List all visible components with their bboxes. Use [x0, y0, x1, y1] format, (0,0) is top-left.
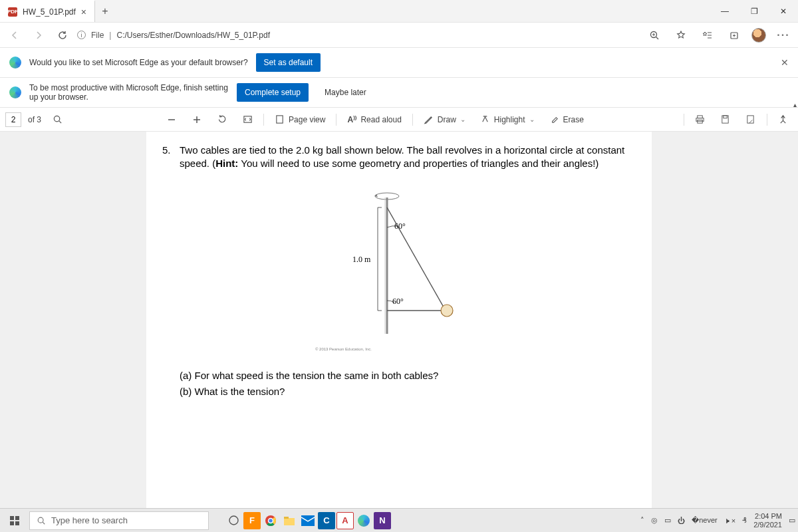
svg-point-42 [269, 518, 273, 523]
svg-rect-17 [698, 116, 703, 118]
page-view-label: Page view [289, 115, 325, 124]
tray-battery-icon[interactable]: ⏻ [678, 517, 685, 525]
notifications-icon[interactable]: ▭ [789, 516, 795, 525]
print-icon[interactable] [691, 110, 710, 129]
clock-time: 2:04 PM [753, 512, 782, 520]
maybe-later-button[interactable]: Maybe later [317, 83, 374, 102]
file-explorer-icon[interactable] [281, 512, 298, 529]
system-tray: ˄ ◎ ▭ ⏻ �never 🕨× ₰ 2:04 PM 2/9/2021 ▭ [640, 512, 795, 528]
svg-rect-43 [284, 518, 295, 525]
svg-rect-16 [277, 116, 283, 123]
tray-wifi-icon[interactable]: �never [692, 516, 718, 525]
tray-camera-icon[interactable]: ▭ [664, 516, 671, 525]
rotate-icon[interactable] [213, 110, 231, 129]
search-icon[interactable] [48, 110, 66, 129]
pdf-page: 5. Two cables are tied to the 2.0 kg bal… [146, 132, 652, 532]
fit-page-icon[interactable] [238, 110, 257, 129]
pdf-favicon: PDF [8, 7, 17, 17]
erase-button[interactable]: Erase [545, 112, 588, 127]
app-icon-n[interactable]: N [374, 512, 391, 529]
highlight-button[interactable]: Highlight ⌄ [476, 112, 539, 127]
complete-setup-button[interactable]: Complete setup [237, 83, 309, 102]
app-icon-c[interactable]: C [318, 512, 335, 529]
taskbar-search[interactable]: Type here to search [29, 511, 209, 530]
svg-rect-34 [10, 521, 14, 525]
info-icon: i [77, 31, 86, 39]
new-tab-button[interactable]: + [95, 5, 115, 17]
url-path: C:/Users/Esther/Downloads/HW_5_01P.pdf [116, 31, 270, 40]
edge-logo-icon [9, 57, 21, 68]
back-icon[interactable] [5, 26, 24, 45]
window-close-icon[interactable]: ✕ [769, 0, 798, 23]
problem-figure: 1.0 m 60° 60° [332, 184, 466, 344]
cortana-icon[interactable] [225, 512, 242, 529]
profile-avatar[interactable] [751, 28, 766, 43]
chevron-down-icon: ⌄ [460, 116, 466, 123]
browser-toolbar: i File | C:/Users/Esther/Downloads/HW_5_… [0, 23, 798, 48]
complete-setup-promo: To be most productive with Microsoft Edg… [0, 78, 798, 108]
refresh-icon[interactable] [53, 26, 72, 45]
svg-line-1 [656, 37, 659, 39]
problem-5: 5. Two cables are tied to the 2.0 kg bal… [162, 144, 636, 171]
problem-text-2: You will need to use some geometry and p… [238, 158, 598, 169]
pdf-viewport[interactable]: 5. Two cables are tied to the 2.0 kg bal… [0, 132, 798, 532]
scroll-up-icon[interactable]: ▴ [793, 101, 797, 108]
save-as-icon[interactable] [741, 110, 760, 129]
tray-volume-icon[interactable]: 🕨× [724, 517, 735, 525]
edge-taskbar-icon[interactable] [355, 512, 372, 529]
sub-questions: (a) For what speed is the tension the sa… [180, 369, 636, 399]
tab-close-icon[interactable]: × [81, 7, 86, 17]
erase-label: Erase [563, 115, 584, 124]
read-aloud-button[interactable]: A)) Read aloud [343, 112, 405, 127]
zoom-icon[interactable] [645, 26, 664, 45]
tray-location-icon[interactable]: ◎ [651, 516, 658, 525]
page-total: of 3 [28, 115, 41, 124]
more-icon[interactable]: ··· [774, 26, 793, 45]
app-icon-a[interactable]: A [336, 512, 354, 529]
forward-icon[interactable] [29, 26, 48, 45]
page-view-button[interactable]: Page view [271, 112, 329, 127]
mail-icon[interactable] [299, 512, 317, 529]
default-browser-promo: Would you like to set Microsoft Edge as … [0, 48, 798, 78]
set-default-button[interactable]: Set as default [256, 53, 321, 72]
figure-copyright: © 2013 Pearson Education, Inc. [315, 346, 636, 352]
hint-label: Hint: [215, 158, 238, 169]
question-a: (a) For what speed is the tension the sa… [180, 369, 636, 382]
tray-chevron-icon[interactable]: ˄ [640, 516, 644, 525]
pdf-toolbar: of 3 Page view A)) Read aloud Draw ⌄ Hig… [0, 108, 798, 132]
pin-toolbar-icon[interactable] [774, 110, 793, 129]
url-source-label: File [91, 31, 104, 40]
chrome-icon[interactable] [262, 512, 279, 529]
app-icon-f[interactable]: F [243, 512, 261, 529]
default-browser-text: Would you like to set Microsoft Edge as … [29, 58, 248, 67]
svg-rect-45 [301, 515, 315, 526]
zoom-out-icon[interactable] [162, 110, 181, 129]
draw-button[interactable]: Draw ⌄ [420, 112, 469, 127]
highlight-label: Highlight [494, 115, 525, 124]
favorites-star-icon[interactable] [672, 26, 690, 45]
start-button[interactable] [3, 511, 27, 531]
collections-icon[interactable] [725, 26, 743, 45]
address-bar[interactable]: i File | C:/Users/Esther/Downloads/HW_5_… [77, 31, 270, 40]
promo-close-icon[interactable]: ✕ [781, 57, 789, 68]
svg-point-28 [441, 305, 453, 317]
browser-tab[interactable]: PDF HW_5_01P.pdf × [0, 0, 95, 22]
window-minimize-icon[interactable]: — [710, 0, 739, 23]
tray-language-icon[interactable]: ₰ [742, 516, 747, 525]
taskbar-clock[interactable]: 2:04 PM 2/9/2021 [753, 512, 782, 528]
svg-rect-21 [724, 116, 728, 118]
svg-point-10 [54, 116, 59, 121]
svg-line-37 [43, 522, 45, 524]
complete-setup-text: To be most productive with Microsoft Edg… [29, 83, 229, 102]
favorites-list-icon[interactable] [698, 26, 717, 45]
window-restore-icon[interactable]: ❐ [739, 0, 769, 23]
svg-point-38 [229, 516, 238, 525]
page-number-input[interactable] [5, 112, 21, 127]
clock-date: 2/9/2021 [753, 521, 782, 529]
svg-point-36 [38, 517, 43, 523]
zoom-in-icon[interactable] [188, 110, 206, 129]
svg-rect-32 [10, 516, 14, 520]
read-aloud-label: Read aloud [360, 115, 401, 124]
taskbar-search-placeholder: Type here to search [51, 515, 128, 525]
save-icon[interactable] [716, 110, 735, 129]
